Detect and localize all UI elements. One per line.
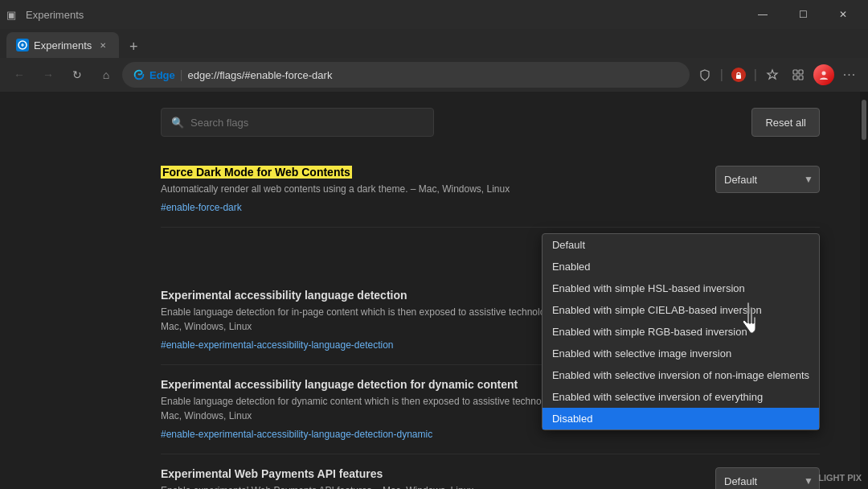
flag-desc-web-payments: Enable experimental Web Payments API fea… — [161, 483, 699, 489]
tracking-prevention-button[interactable] — [693, 63, 717, 87]
flag-control-force-dark: Default ▼ — [715, 166, 820, 193]
window-icon: ▣ — [6, 9, 16, 21]
search-bar-row: 🔍 Reset all — [0, 108, 868, 137]
flag-desc-force-dark: Automatically render all web contents us… — [161, 182, 699, 196]
window-controls: — ☐ ✕ — [744, 2, 862, 27]
dropdown-item-rgb[interactable]: Enabled with simple RGB-based inversion — [542, 321, 819, 343]
tab-icon — [16, 39, 29, 51]
address-bar[interactable]: Edge | edge://flags/#enable-force-dark — [122, 62, 690, 88]
dropdown-item-selective-image[interactable]: Enabled with selective image inversion — [542, 343, 819, 364]
dropdown-item-hsl[interactable]: Enabled with simple HSL-based inversion — [542, 277, 819, 299]
star-icon — [766, 68, 779, 81]
favorites-button[interactable] — [760, 63, 784, 87]
flag-info-force-dark: Force Dark Mode for Web Contents Automat… — [161, 166, 699, 214]
nav-divider: | — [719, 68, 725, 82]
watermark: LIGHT PIX — [818, 473, 862, 483]
experiments-tab[interactable]: Experiments ✕ — [6, 32, 119, 58]
flag-select-force-dark[interactable]: Default — [715, 166, 820, 193]
edge-logo-icon — [132, 68, 146, 82]
edge-label: Edge — [149, 69, 175, 81]
svg-rect-3 — [799, 70, 803, 74]
dropdown-item-non-image[interactable]: Enabled with selective inversion of non-… — [542, 364, 819, 386]
forward-button[interactable]: → — [35, 62, 61, 88]
nav-divider2: | — [752, 68, 759, 82]
scrollbar-thumb[interactable] — [862, 100, 866, 140]
flag-title-force-dark: Force Dark Mode for Web Contents — [161, 166, 699, 179]
flags-page: 🔍 Reset all Force Dark Mode for Web Cont… — [0, 92, 868, 489]
address-text: edge://flags/#enable-force-dark — [187, 69, 679, 81]
home-button[interactable]: ⌂ — [93, 62, 119, 88]
dropdown-item-cielab[interactable]: Enabled with simple CIELAB-based inversi… — [542, 299, 819, 321]
flag-item-web-payments: Experimental Web Payments API features E… — [161, 454, 820, 489]
collections-button[interactable] — [786, 63, 810, 87]
lock-icon-button[interactable] — [727, 63, 751, 87]
svg-point-6 — [822, 72, 826, 76]
flags-list: Force Dark Mode for Web Contents Automat… — [0, 153, 868, 489]
flag-link-accessibility-lang-dynamic[interactable]: #enable-experimental-accessibility-langu… — [161, 429, 432, 440]
tab-bar: Experiments ✕ + — [0, 29, 868, 58]
dropdown-item-enabled[interactable]: Enabled — [542, 256, 819, 277]
flag-control-web-payments: Default ▼ — [715, 467, 820, 489]
flag-title-highlighted: Force Dark Mode for Web Contents — [161, 166, 352, 179]
new-tab-button[interactable]: + — [122, 35, 145, 58]
search-icon: 🔍 — [171, 117, 184, 129]
tab-label: Experiments — [34, 39, 92, 51]
more-button[interactable]: ··· — [837, 63, 862, 87]
search-flags-container: 🔍 — [161, 108, 434, 137]
dropdown-item-everything[interactable]: Enabled with selective inversion of ever… — [542, 386, 819, 408]
back-button[interactable]: ← — [6, 62, 32, 88]
nav-bar: ← → ↻ ⌂ Edge | edge://flags/#enable-forc… — [0, 58, 868, 92]
minimize-button[interactable]: — — [744, 2, 781, 27]
flag-select-web-payments[interactable]: Default — [715, 467, 820, 489]
main-content: 🔍 Reset all Force Dark Mode for Web Cont… — [0, 92, 868, 489]
dropdown-item-default[interactable]: Default — [542, 234, 819, 256]
nav-icons-right: | | — [693, 63, 862, 87]
force-dark-dropdown[interactable]: Default Enabled Enabled with simple HSL-… — [542, 233, 820, 430]
scrollbar-track[interactable] — [860, 92, 868, 489]
search-input[interactable] — [190, 117, 424, 129]
profile-avatar — [813, 64, 834, 85]
svg-rect-2 — [793, 70, 797, 74]
close-button[interactable]: ✕ — [825, 2, 862, 27]
flag-info-web-payments: Experimental Web Payments API features E… — [161, 467, 699, 489]
address-separator: | — [180, 68, 183, 81]
collections-icon — [792, 68, 805, 81]
svg-rect-4 — [793, 76, 797, 80]
edge-badge: Edge — [132, 68, 175, 82]
maximize-button[interactable]: ☐ — [784, 2, 821, 27]
dropdown-item-disabled[interactable]: Disabled — [542, 408, 819, 429]
svg-rect-1 — [736, 75, 741, 79]
flag-item-force-dark: Force Dark Mode for Web Contents Automat… — [161, 153, 820, 228]
flag-link-accessibility-lang[interactable]: #enable-experimental-accessibility-langu… — [161, 339, 394, 351]
refresh-button[interactable]: ↻ — [64, 62, 90, 88]
reset-all-button[interactable]: Reset all — [751, 108, 820, 137]
window-title: Experiments — [26, 9, 84, 21]
title-bar: ▣ Experiments — ☐ ✕ — [0, 0, 868, 29]
tab-close-button[interactable]: ✕ — [96, 39, 109, 51]
lock-icon — [731, 68, 746, 82]
shield-icon — [698, 68, 711, 81]
flag-title-web-payments: Experimental Web Payments API features — [161, 467, 699, 480]
flag-link-force-dark[interactable]: #enable-force-dark — [161, 202, 242, 213]
svg-rect-5 — [799, 76, 803, 80]
profile-button[interactable] — [812, 63, 836, 87]
